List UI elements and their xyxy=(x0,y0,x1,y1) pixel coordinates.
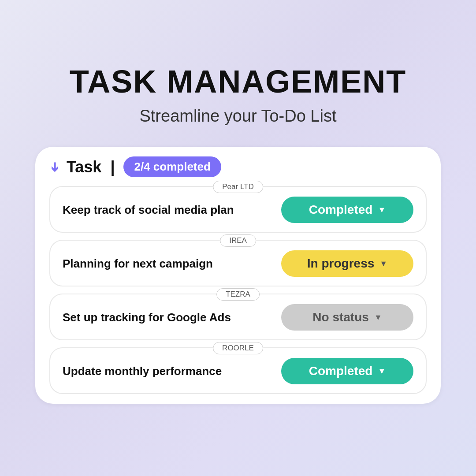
task-group-header: ➔ Task | 2/4 completed xyxy=(49,156,427,177)
status-badge[interactable]: Completed▼ xyxy=(281,358,413,384)
task-item: ROORLEUpdate monthly performanceComplete… xyxy=(49,347,427,394)
status-text: No status xyxy=(312,310,369,324)
page-container: TASK MANAGEMENT Streamline your To-Do Li… xyxy=(26,46,450,430)
completed-count-badge[interactable]: 2/4 completed xyxy=(123,156,221,177)
task-label-tag: Pear LTD xyxy=(213,181,263,193)
page-subtitle: Streamline your To-Do List xyxy=(35,107,441,126)
task-name: Update monthly performance xyxy=(63,364,222,378)
task-item: TEZRASet up tracking for Google AdsNo st… xyxy=(49,294,427,340)
task-list: Pear LTDKeep track of social media planC… xyxy=(49,186,427,394)
task-group: ➔ Task | 2/4 completed Pear LTDKeep trac… xyxy=(35,147,441,404)
chevron-down-icon: ▼ xyxy=(379,259,387,268)
task-item: IREAPlanning for next campaignIn progres… xyxy=(49,240,427,286)
task-label-tag: TEZRA xyxy=(216,288,260,301)
task-group-title: Task xyxy=(67,158,101,176)
task-name: Set up tracking for Google Ads xyxy=(63,311,231,324)
status-text: Completed xyxy=(309,203,373,217)
task-name: Keep track of social media plan xyxy=(63,203,234,217)
page-title: TASK MANAGEMENT xyxy=(35,63,441,100)
task-label-tag: IREA xyxy=(220,234,256,247)
chevron-down-icon: ▼ xyxy=(374,313,382,322)
chevron-down-icon: ▼ xyxy=(378,367,386,376)
status-badge[interactable]: No status▼ xyxy=(281,304,413,331)
status-badge[interactable]: In progress▼ xyxy=(281,250,413,277)
status-badge[interactable]: Completed▼ xyxy=(281,197,413,223)
task-name: Planning for next campaign xyxy=(63,257,213,271)
task-label-tag: ROORLE xyxy=(213,342,263,354)
status-text: In progress xyxy=(307,257,374,271)
status-text: Completed xyxy=(309,364,373,378)
task-group-separator: | xyxy=(110,158,115,176)
chevron-down-icon: ▼ xyxy=(378,205,386,215)
chevron-down-icon[interactable]: ➔ xyxy=(48,162,61,172)
task-item: Pear LTDKeep track of social media planC… xyxy=(49,186,427,233)
